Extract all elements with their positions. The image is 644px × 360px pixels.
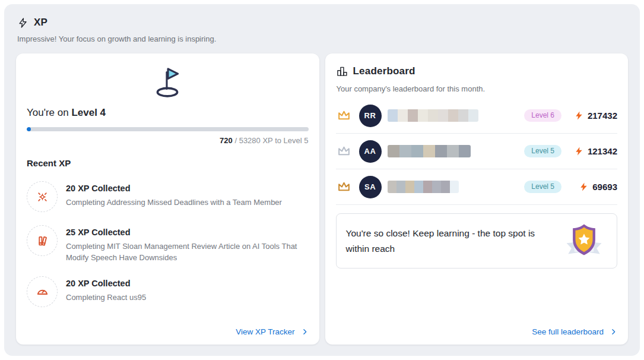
motivation-callout: You're so close! Keep learning - the top… bbox=[336, 213, 618, 269]
bolt-icon bbox=[574, 110, 584, 121]
recent-xp-description: Completing React us95 bbox=[66, 292, 146, 303]
recent-xp-title: 20 XP Collected bbox=[66, 184, 282, 193]
level-badge: Level 5 bbox=[524, 145, 561, 157]
gauge-icon bbox=[27, 276, 58, 307]
view-xp-tracker-link[interactable]: View XP Tracker bbox=[236, 327, 308, 336]
spark-icon bbox=[27, 181, 58, 212]
shield-star-ribbon-badge bbox=[563, 222, 605, 260]
podium-bars-icon bbox=[336, 65, 348, 77]
xp-value: 121342 bbox=[588, 146, 617, 156]
avatar: RR bbox=[359, 105, 382, 127]
redacted-name bbox=[388, 181, 459, 193]
leaderboard-card: Leaderboard Your company's leaderboard f… bbox=[325, 53, 629, 345]
lightning-bolt-icon bbox=[17, 17, 28, 29]
see-full-leaderboard-link[interactable]: See full leaderboard bbox=[532, 327, 617, 336]
level-badge: Level 6 bbox=[524, 109, 561, 122]
panel-subtitle: Impressive! Your focus on growth and lea… bbox=[17, 34, 628, 43]
crown-icon bbox=[336, 108, 352, 123]
books-icon bbox=[27, 225, 58, 256]
recent-xp-title: 25 XP Collected bbox=[66, 228, 308, 237]
recent-xp-item: 25 XP Collected Completing MIT Sloan Man… bbox=[27, 225, 309, 263]
see-full-leaderboard-label: See full leaderboard bbox=[532, 327, 604, 336]
redacted-name bbox=[388, 145, 471, 157]
leaderboard-row: RR Level 6 217432 bbox=[336, 98, 618, 134]
crown-icon bbox=[336, 144, 352, 159]
level-badge: Level 5 bbox=[524, 181, 561, 193]
crown-icon bbox=[336, 179, 352, 194]
view-xp-tracker-label: View XP Tracker bbox=[236, 327, 294, 336]
chevron-right-icon bbox=[301, 328, 309, 336]
leaderboard-row: SA Level 5 69693 bbox=[336, 169, 618, 205]
recent-xp-description: Completing Addressing Missed Deadlines w… bbox=[66, 197, 282, 208]
recent-xp-item: 20 XP Collected Completing Addressing Mi… bbox=[27, 181, 309, 212]
recent-xp-description: Completing MIT Sloan Management Review A… bbox=[66, 241, 308, 263]
level-title: You're on Level 4 bbox=[27, 107, 309, 119]
recent-xp-item: 20 XP Collected Completing React us95 bbox=[27, 276, 309, 307]
avatar: SA bbox=[359, 176, 382, 198]
xp-value: 69693 bbox=[592, 182, 617, 192]
leaderboard-row: AA Level 5 121342 bbox=[336, 134, 618, 169]
panel-header: XP bbox=[16, 17, 628, 29]
xp-panel: XP Impressive! Your focus on growth and … bbox=[4, 4, 640, 356]
redacted-name bbox=[388, 109, 478, 122]
recent-xp-title: 20 XP Collected bbox=[66, 279, 146, 288]
leaderboard-title: Leaderboard bbox=[353, 65, 415, 77]
leaderboard-subtitle: Your company's leaderboard for this mont… bbox=[337, 84, 618, 93]
leaderboard-header: Leaderboard bbox=[336, 65, 618, 77]
xp-progress-fill bbox=[27, 127, 31, 131]
bolt-icon bbox=[574, 146, 584, 156]
xp-progress-bar bbox=[27, 127, 309, 131]
xp-counter: 720 / 53280 XP to Level 5 bbox=[27, 136, 309, 145]
recent-xp-heading: Recent XP bbox=[27, 158, 309, 168]
avatar: AA bbox=[359, 140, 382, 163]
milestone-flag-icon bbox=[27, 64, 309, 99]
level-card: You're on Level 4 720 / 53280 XP to Leve… bbox=[16, 53, 319, 345]
panel-title: XP bbox=[34, 17, 47, 29]
bolt-icon bbox=[579, 182, 589, 192]
chevron-right-icon bbox=[610, 328, 617, 336]
xp-value: 217432 bbox=[588, 110, 617, 121]
motivation-text: You're so close! Keep learning - the top… bbox=[346, 226, 542, 257]
level-value: Level 4 bbox=[71, 107, 106, 118]
